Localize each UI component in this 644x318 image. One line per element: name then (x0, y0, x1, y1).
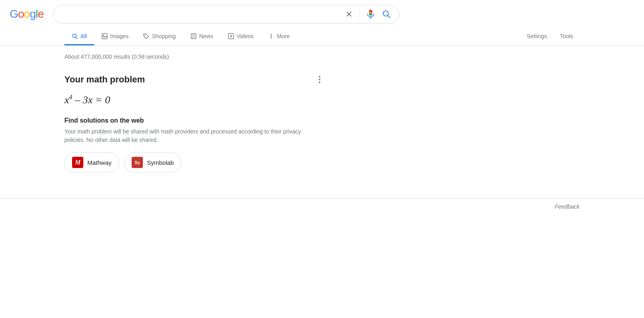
play-icon (228, 33, 234, 39)
search-bar: x^4 - 3x = 0 (53, 5, 399, 23)
search-icon (72, 33, 78, 39)
symbolab-label: Symbolab (147, 159, 174, 166)
dot-3 (319, 82, 320, 83)
tab-all-label: All (80, 33, 87, 39)
math-card: Your math problem x4 – 3x = 0 Find solut… (64, 68, 322, 182)
logo-letter-g: G (10, 8, 18, 21)
tab-news-label: News (199, 33, 213, 39)
feedback-link[interactable]: Feedback (555, 203, 580, 210)
search-icon (382, 10, 391, 18)
symbolab-logo: Sy (132, 157, 143, 168)
tab-more-label: More (277, 33, 290, 39)
tab-images[interactable]: Images (94, 28, 136, 45)
nav-tabs: All Images Shopping New (0, 28, 644, 45)
card-menu-button[interactable] (317, 74, 322, 85)
search-input[interactable]: x^4 - 3x = 0 (60, 10, 341, 18)
microphone-icon (366, 9, 376, 19)
tab-news[interactable]: News (183, 28, 221, 45)
tools-label: Tools (560, 33, 573, 39)
logo-letter-e: e (38, 8, 44, 21)
image-icon (101, 33, 108, 39)
header: Google x^4 - 3x = 0 (0, 0, 644, 28)
dots-vertical-icon (268, 33, 275, 39)
find-solutions-desc: Your math problem will be shared with ma… (64, 127, 322, 144)
svg-point-10 (271, 37, 272, 39)
tab-videos[interactable]: Videos (221, 28, 261, 45)
mathway-logo-text: M (75, 159, 80, 166)
google-logo: Google (10, 8, 43, 21)
tag-icon (143, 33, 149, 39)
find-solutions-title: Find solutions on the web (64, 117, 322, 124)
newspaper-icon (190, 33, 197, 39)
results-stats: About 477,000,000 results (0.58 seconds) (64, 52, 322, 60)
settings-label: Settings (527, 33, 547, 39)
dot-1 (319, 76, 320, 78)
mathway-label: Mathway (87, 159, 111, 166)
tab-more[interactable]: More (261, 28, 297, 45)
settings-button[interactable]: Settings (520, 28, 554, 45)
tools-button[interactable]: Tools (553, 28, 580, 45)
close-icon (345, 10, 353, 18)
tab-shopping-label: Shopping (152, 33, 175, 39)
tab-images-label: Images (110, 33, 129, 39)
mathway-button[interactable]: M Mathway (64, 152, 119, 172)
tab-all[interactable]: All (64, 28, 94, 45)
clear-search-button[interactable] (344, 9, 354, 19)
voice-search-button[interactable] (364, 8, 377, 21)
svg-point-8 (271, 34, 272, 35)
logo-letter-g2: g (30, 8, 36, 21)
svg-point-9 (271, 36, 272, 37)
tab-shopping[interactable]: Shopping (136, 28, 183, 45)
math-card-title: Your math problem (64, 74, 322, 85)
mathway-logo: M (72, 157, 83, 168)
symbolab-logo-text: Sy (134, 160, 140, 165)
page-footer: Feedback (0, 198, 644, 215)
search-button[interactable] (380, 8, 392, 20)
svg-point-5 (145, 35, 146, 36)
math-equation: x4 – 3x = 0 (64, 93, 322, 107)
logo-letter-o2: o (24, 8, 30, 21)
divider (359, 9, 359, 19)
symbolab-button[interactable]: Sy Symbolab (124, 152, 182, 172)
tab-videos-label: Videos (237, 33, 254, 39)
logo-letter-o1: o (18, 8, 24, 21)
solver-buttons: M Mathway Sy Symbolab (64, 152, 322, 172)
dot-2 (319, 79, 320, 80)
svg-rect-3 (102, 34, 107, 39)
svg-point-4 (103, 35, 103, 35)
main-content: About 477,000,000 results (0.58 seconds)… (0, 45, 386, 182)
